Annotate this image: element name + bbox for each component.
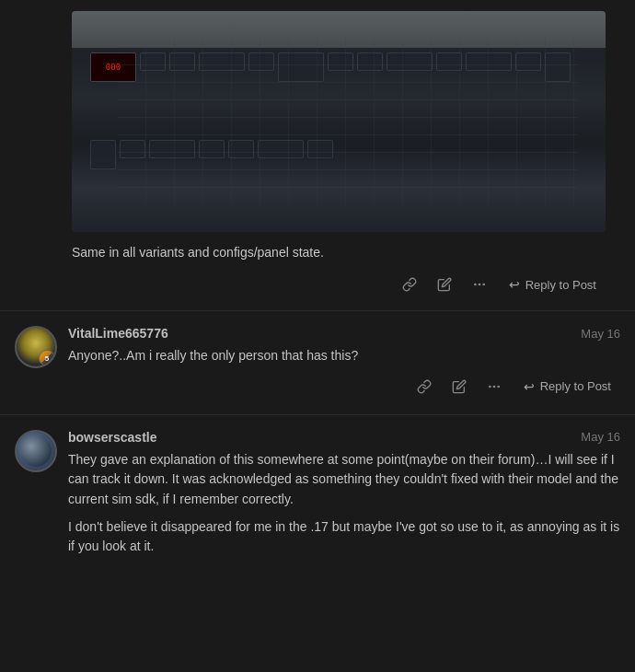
- reply-arrow-icon: ↩: [509, 277, 520, 292]
- instrument-block: [90, 140, 116, 169]
- comment1-header: VitalLime665776 May 16: [68, 326, 620, 341]
- svg-point-2: [482, 284, 485, 286]
- comment1-reply-button[interactable]: ↩ Reply to Post: [514, 374, 620, 400]
- instrument-block: [199, 52, 245, 71]
- svg-point-1: [478, 284, 480, 286]
- svg-point-3: [489, 385, 491, 388]
- comment2-username: bowserscastle: [68, 430, 157, 445]
- svg-point-4: [492, 385, 495, 388]
- post-section: Same in all variants and configs/panel s…: [0, 0, 635, 307]
- comment2-header: bowserscastle May 16: [68, 430, 620, 445]
- comment1-edit-icon[interactable]: [444, 374, 474, 400]
- instrument-block: [436, 52, 462, 71]
- comment1-reply-arrow-icon: ↩: [524, 379, 535, 394]
- instrument-block: [120, 140, 145, 158]
- comment1-link-icon[interactable]: [410, 374, 439, 400]
- more-icon[interactable]: [465, 272, 494, 297]
- instrument-block: [387, 52, 433, 71]
- instrument-block: [328, 52, 353, 71]
- instrument-block: [278, 52, 324, 82]
- instrument-block: [149, 140, 195, 158]
- instrument-block: [357, 52, 383, 71]
- post1-action-bar: ↩ Reply to Post: [72, 262, 620, 307]
- avatar-badge: 5: [39, 350, 55, 366]
- reply-to-post-button[interactable]: ↩ Reply to Post: [500, 272, 606, 297]
- divider-2: [0, 414, 635, 415]
- avatar-bowsers: [15, 430, 57, 472]
- instrument-block: [545, 52, 571, 82]
- comment-vitallime: 5 VitalLime665776 May 16 Anyone?..Am i r…: [0, 315, 635, 411]
- svg-point-5: [497, 385, 500, 388]
- comment1-action-bar: ↩ Reply to Post: [68, 374, 620, 400]
- instrument-block: [466, 52, 512, 71]
- instrument-block: [307, 140, 333, 158]
- instrument-display: [90, 52, 136, 82]
- instrument-block: [515, 52, 541, 71]
- page-container: Same in all variants and configs/panel s…: [0, 0, 635, 590]
- comment1-more-icon[interactable]: [479, 374, 509, 400]
- instrument-block: [248, 52, 274, 71]
- instrument-block: [228, 140, 254, 158]
- comment2-date: May 16: [581, 430, 620, 444]
- comment1-date: May 16: [581, 327, 620, 341]
- comment1-body: Anyone?..Am i really the only person tha…: [68, 346, 620, 366]
- edit-icon[interactable]: [430, 272, 459, 297]
- instrument-block: [258, 140, 304, 158]
- link-icon[interactable]: [395, 272, 424, 297]
- comment2-body: They gave an explanation of this somewhe…: [68, 450, 620, 557]
- instrument-block: [140, 52, 166, 71]
- avatar-vitallime: 5: [15, 326, 57, 368]
- instrument-panel: [90, 52, 596, 223]
- cockpit-image: [72, 11, 606, 232]
- svg-point-0: [474, 284, 477, 286]
- instrument-block: [169, 52, 195, 71]
- comment-bowsers: bowserscastle May 16 They gave an explan…: [0, 419, 635, 575]
- post-text: Same in all variants and configs/panel s…: [72, 243, 620, 262]
- comment1-content: VitalLime665776 May 16 Anyone?..Am i rea…: [68, 326, 620, 400]
- divider-1: [0, 310, 635, 311]
- instrument-block: [199, 140, 225, 158]
- comment1-username: VitalLime665776: [68, 326, 168, 341]
- avatar-bowsers-inner: [20, 435, 52, 467]
- comment2-content: bowserscastle May 16 They gave an explan…: [68, 430, 620, 564]
